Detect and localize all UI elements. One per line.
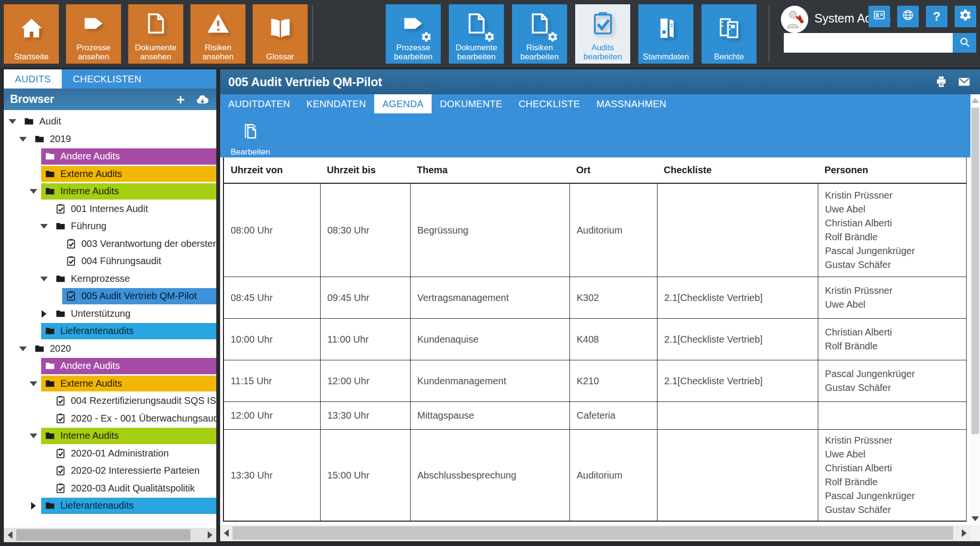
agenda-row-6[interactable]: 13:30 Uhr15:00 UhrAbschlussbesprechungAu… — [224, 429, 966, 522]
cell-uhrzeit-bis: 13:30 Uhr — [320, 402, 410, 429]
expand-arrow-icon[interactable] — [30, 381, 37, 386]
tree-item-2020-ex-001-überwachungsaudit-i[interactable]: 2020 - Ex - 001 Überwachungsaudit I — [4, 410, 216, 428]
tree-item-004-führungsaudit[interactable]: 004 Führungsaudit — [4, 253, 216, 270]
column-header-checkliste: Checkliste — [657, 157, 818, 183]
edit-button-berichte[interactable]: Berichte — [702, 4, 757, 64]
edit-agenda-button[interactable]: Bearbeiten — [231, 117, 270, 157]
cell-thema: Mittagspause — [410, 402, 569, 429]
cloud-download-icon[interactable] — [195, 92, 210, 107]
expand-arrow-icon[interactable] — [19, 137, 27, 142]
expand-arrow-icon[interactable] — [40, 277, 48, 281]
tree-item-lieferantenaudits[interactable]: Lieferantenaudits — [4, 497, 216, 515]
settings-button[interactable] — [955, 6, 976, 27]
warning-gear-icon — [512, 4, 567, 43]
browser-title: Browser — [4, 93, 176, 106]
expand-arrow-icon[interactable] — [30, 189, 37, 194]
search-input[interactable] — [784, 33, 953, 53]
tab-dokumente[interactable]: DOKUMENTE — [432, 94, 510, 113]
help-button[interactable]: ? — [926, 6, 947, 27]
agenda-row-2[interactable]: 08:45 Uhr09:45 UhrVertragsmanagementK302… — [224, 277, 966, 318]
tab-checkliste[interactable]: CHECKLISTE — [511, 94, 589, 113]
person-name: Uwe Abel — [825, 447, 915, 461]
tab-auditdaten[interactable]: AUDITDATEN — [220, 94, 298, 113]
scroll-up-arrow[interactable] — [971, 98, 979, 103]
edit-button-risiken-bearbeiten[interactable]: Risiken bearbeiten — [512, 4, 567, 64]
scroll-left-arrow[interactable] — [4, 528, 16, 542]
view-button-risiken-ansehen[interactable]: Risiken ansehen — [190, 4, 245, 64]
tree-item-andere-audits[interactable]: Andere Audits — [4, 357, 216, 375]
person-name: Pascal Jungenkrüger — [825, 489, 915, 503]
agenda-row-1[interactable]: 08:00 Uhr08:30 UhrBegrüssungAuditoriumKr… — [224, 183, 966, 277]
person-name: Kristin Prüssner — [825, 189, 915, 202]
globe-button[interactable] — [897, 6, 919, 27]
contact-card-button[interactable] — [869, 6, 890, 27]
tree-item-audit[interactable]: Audit — [4, 113, 216, 131]
person-name: Rolf Brändle — [825, 339, 892, 353]
collapse-arrow-icon[interactable] — [42, 310, 46, 318]
view-button-startseite[interactable]: Startseite — [4, 4, 59, 64]
scroll-left-arrow[interactable] — [220, 525, 233, 541]
search-button[interactable] — [953, 33, 976, 53]
tree-item-label: 005 Audit Vertrieb QM-Pilot — [81, 290, 197, 301]
tab-agenda[interactable]: AGENDA — [374, 94, 432, 113]
tree-item-2020-02-interessierte-parteien[interactable]: 2020-02 Interessierte Parteien — [4, 462, 216, 480]
tree-item-2020-03-audit-qualitätspolitik[interactable]: 2020-03 Audit Qualitätspolitik — [4, 480, 216, 498]
tree-item-externe-audits[interactable]: Externe Audits — [4, 166, 216, 183]
folder-icon — [45, 430, 56, 441]
view-button-glossar[interactable]: Glossar — [253, 4, 308, 64]
scroll-down-arrow[interactable] — [971, 516, 979, 521]
tree-item-interne-audits[interactable]: Interne Audits — [4, 427, 216, 445]
tree-item-kernprozesse[interactable]: Kernprozesse — [4, 270, 216, 288]
warning-triangle-icon — [190, 4, 245, 43]
edit-button-audits-bearbeiten[interactable]: Audits bearbeiten — [575, 4, 630, 64]
expand-arrow-icon[interactable] — [30, 434, 37, 438]
collapse-arrow-icon[interactable] — [31, 502, 36, 510]
folder-icon — [45, 500, 56, 511]
scrollbar-thumb[interactable] — [233, 526, 953, 540]
tree-item-2020-01-administration[interactable]: 2020-01 Administration — [4, 445, 216, 463]
tree-item-001-internes-audit[interactable]: 001 Internes Audit — [4, 201, 216, 218]
tree-item-2020[interactable]: 2020 — [4, 340, 216, 358]
tree-item-005-audit-vertrieb-qm-pilot[interactable]: 005 Audit Vertrieb QM-Pilot — [4, 288, 216, 305]
sidebar-tab-checklisten[interactable]: CHECKLISTEN — [62, 69, 152, 89]
help-icon: ? — [933, 9, 941, 24]
agenda-row-3[interactable]: 10:00 Uhr11:00 UhrKundenaquiseK4082.1[Ch… — [224, 318, 966, 360]
view-button-prozesse-ansehen[interactable]: Prozesse ansehen — [66, 4, 121, 64]
cell-uhrzeit-bis: 09:45 Uhr — [320, 277, 410, 318]
column-header-uhrzeit-von: Uhrzeit von — [224, 157, 320, 183]
expand-arrow-icon[interactable] — [19, 346, 27, 351]
expand-arrow-icon[interactable] — [9, 119, 16, 124]
agenda-row-5[interactable]: 12:00 Uhr13:30 UhrMittagspauseCafeteria — [224, 401, 966, 429]
tab-massnahmen[interactable]: MASSNAHMEN — [588, 94, 674, 113]
edit-button-stammdaten[interactable]: Stammdaten — [638, 4, 693, 64]
tree-item-003-verantwortung-der-obersten-l[interactable]: 003 Verantwortung der obersten L — [4, 235, 216, 253]
folder-icon — [45, 186, 56, 197]
tree-item-lieferantenaudits[interactable]: Lieferantenaudits — [4, 323, 216, 340]
edit-button-prozesse-bearbeiten[interactable]: Prozesse bearbeiten — [386, 4, 441, 64]
print-icon[interactable] — [934, 75, 948, 89]
scrollbar-thumb[interactable] — [16, 529, 190, 541]
expand-arrow-icon[interactable] — [40, 224, 48, 229]
tree-item-004-rezertifizierungsaudit-sqs-iso-9[interactable]: 004 Rezertifizierungsaudit SQS ISO 9 — [4, 392, 216, 410]
tab-kenndaten[interactable]: KENNDATEN — [298, 94, 374, 113]
scroll-right-arrow[interactable] — [204, 528, 216, 542]
agenda-row-4[interactable]: 11:15 Uhr12:00 UhrKundenmanagementK2102.… — [224, 360, 966, 401]
tree-item-interne-audits[interactable]: Interne Audits — [4, 183, 216, 201]
view-button-dokumente-ansehen[interactable]: Dokumente ansehen — [128, 4, 183, 64]
add-icon[interactable]: + — [176, 92, 185, 107]
tree-item-2019[interactable]: 2019 — [4, 131, 216, 148]
cell-checkliste — [657, 430, 818, 521]
scroll-right-arrow[interactable] — [958, 525, 970, 541]
folder-icon — [45, 360, 56, 371]
sidebar-tab-audits[interactable]: AUDITS — [4, 69, 62, 89]
tree-item-externe-audits[interactable]: Externe Audits — [4, 375, 216, 393]
audit-clipboard-icon — [66, 238, 77, 249]
tree-item-führung[interactable]: Führung — [4, 218, 216, 235]
edit-button-dokumente-bearbeiten[interactable]: Dokumente bearbeiten — [449, 4, 504, 64]
scrollbar-thumb[interactable] — [971, 108, 979, 434]
person-name: Rolf Brändle — [825, 475, 915, 489]
tree-item-andere-audits[interactable]: Andere Audits — [4, 148, 216, 166]
tree-item-unterstützung[interactable]: Unterstützung — [4, 305, 216, 323]
email-icon[interactable] — [957, 75, 971, 89]
avatar[interactable] — [781, 6, 808, 33]
